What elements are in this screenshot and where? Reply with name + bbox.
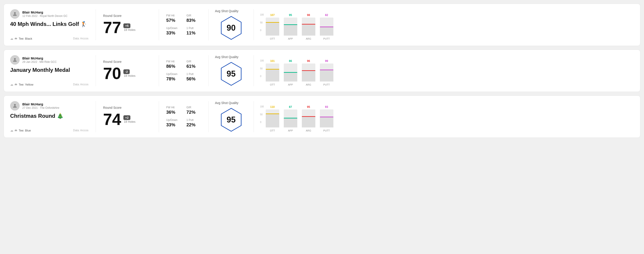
quality-section-2: Avg Shot Quality 95 xyxy=(209,55,254,86)
bar-accent-line-2-1 xyxy=(266,69,279,70)
y-axis-top-1: 100 xyxy=(260,13,264,16)
round-card-2: Blair McHarg 29 Jan 2022 · Mill Ride GCC… xyxy=(4,50,640,92)
bar-fill-2-1 xyxy=(266,69,279,82)
bar-label-3-1: OTT xyxy=(270,129,275,132)
bar-fill-2-4 xyxy=(320,70,334,82)
round-card-3: Blair McHarg 27 Dec 2021 · The Oxfordshi… xyxy=(4,96,640,138)
stat-label-3-4: 1 Putt xyxy=(186,119,202,122)
player-name-2: Blair McHarg xyxy=(22,56,56,60)
score-row-2: 70 -2 18 Holes xyxy=(103,65,152,82)
player-date-3: 27 Dec 2021 · The Oxfordshire xyxy=(22,106,59,110)
stat-item-2-4: 1 Putt 56% xyxy=(186,73,202,82)
bar-group-2-4: 99 PUTT xyxy=(320,59,334,86)
bar-value-1-3: 98 xyxy=(307,13,310,17)
avatar-1 xyxy=(10,9,20,19)
bar-accent-line-3-3 xyxy=(302,116,315,117)
tee-info-1: ☁ 🌧 Tee: Black xyxy=(10,37,32,40)
bar-container-2-4 xyxy=(320,64,334,82)
player-info-2: Blair McHarg 29 Jan 2022 · Mill Ride GCC xyxy=(22,56,56,64)
round-score-label-3: Round Score xyxy=(103,106,152,110)
bar-group-3-4: 93 PUTT xyxy=(320,105,334,132)
bar-label-2-3: ARG xyxy=(306,83,311,86)
card-footer-3: ☁ 🌧 Tee: Blue Data: Arccos xyxy=(10,128,88,132)
card-footer-2: ☁ 🌧 Tee: Yellow Data: Arccos xyxy=(10,83,88,86)
round-title-2: January Monthly Medal xyxy=(10,67,88,73)
tee-label-2: Tee: Yellow xyxy=(19,83,34,86)
stat-value-1-2: 83% xyxy=(186,18,202,23)
stats-grid-2: FW Hit 86% GIR 61% Up/Down 78% 1 Pu xyxy=(166,60,201,82)
bar-fill-1-1 xyxy=(266,22,279,36)
stat-value-1-3: 33% xyxy=(166,30,181,36)
bar-group-3-2: 87 APP xyxy=(284,105,297,132)
stat-item-2-2: GIR 61% xyxy=(186,60,202,69)
bar-label-2-4: PUTT xyxy=(323,83,330,86)
stat-value-2-2: 61% xyxy=(186,64,202,69)
bar-label-1-1: OTT xyxy=(270,37,275,40)
score-big-2: 70 xyxy=(103,65,121,82)
svg-point-0 xyxy=(14,12,16,14)
score-big-3: 74 xyxy=(103,111,121,127)
hexagon-container-1: 90 xyxy=(219,15,244,40)
bar-value-2-3: 96 xyxy=(307,59,310,63)
stat-label-2-1: FW Hit xyxy=(166,60,181,63)
stat-item-1-4: 1 Putt 11% xyxy=(186,26,202,36)
bar-group-3-3: 95 ARG xyxy=(302,105,315,132)
avatar-2 xyxy=(10,55,20,65)
bar-container-2-3 xyxy=(302,64,315,82)
bar-fill-3-2 xyxy=(284,118,297,127)
bar-group-1-3: 98 ARG xyxy=(302,13,315,40)
stat-label-2-2: GIR xyxy=(186,60,202,63)
stat-label-2-3: Up/Down xyxy=(166,73,181,76)
score-badge-2: -2 xyxy=(124,69,130,74)
bar-accent-line-3-4 xyxy=(320,117,334,117)
bar-fill-1-4 xyxy=(320,26,334,36)
y-axis-top-2: 100 xyxy=(260,59,264,62)
y-axis-mid-1: 50 xyxy=(260,21,264,24)
bar-fill-1-2 xyxy=(284,24,297,36)
stat-value-2-3: 78% xyxy=(166,76,181,82)
player-info-1: Blair McHarg 12 Feb 2022 · Royal North D… xyxy=(22,10,68,17)
bar-value-3-3: 95 xyxy=(307,105,310,109)
bar-accent-line-2-2 xyxy=(284,72,297,73)
left-section-1: Blair McHarg 12 Feb 2022 · Royal North D… xyxy=(10,9,96,40)
stat-label-1-4: 1 Putt xyxy=(186,26,202,30)
bar-fill-3-4 xyxy=(320,117,334,127)
bar-container-1-1 xyxy=(266,17,279,36)
bar-fill-1-3 xyxy=(302,24,315,36)
hexagon-score-2: 95 xyxy=(226,69,236,79)
bar-accent-line-2-3 xyxy=(302,70,315,71)
bar-label-1-2: APP xyxy=(288,37,293,40)
bar-container-3-4 xyxy=(320,110,334,127)
stats-grid-1: FW Hit 57% GIR 83% Up/Down 33% 1 Pu xyxy=(166,14,201,36)
stat-item-3-2: GIR 72% xyxy=(186,106,202,115)
y-axis-top-3: 100 xyxy=(260,105,264,108)
data-source-2: Data: Arccos xyxy=(73,83,88,86)
holes-label-3: 18 Holes xyxy=(124,120,135,124)
svg-point-1 xyxy=(14,58,16,60)
stat-label-1-1: FW Hit xyxy=(166,14,181,17)
svg-point-2 xyxy=(14,104,16,106)
stat-item-3-3: Up/Down 33% xyxy=(166,119,181,127)
y-axis-bot-1: 0 xyxy=(260,29,264,31)
tee-info-2: ☁ 🌧 Tee: Yellow xyxy=(10,83,34,86)
tee-label-1: Tee: Black xyxy=(19,37,32,40)
stat-item-2-3: Up/Down 78% xyxy=(166,73,181,82)
bar-group-2-2: 86 APP xyxy=(284,59,297,86)
bar-fill-2-3 xyxy=(302,70,315,82)
middle-section-3: Round Score 74 +2 18 Holes xyxy=(96,101,159,132)
bar-container-3-1 xyxy=(266,110,279,127)
hexagon-container-3: 95 xyxy=(219,107,244,132)
bar-value-3-4: 93 xyxy=(325,105,328,109)
bar-accent-line-1-1 xyxy=(266,22,279,23)
bar-label-2-1: OTT xyxy=(270,83,275,86)
holes-label-2: 18 Holes xyxy=(124,74,135,77)
bar-container-1-3 xyxy=(302,17,315,36)
player-header-1: Blair McHarg 12 Feb 2022 · Royal North D… xyxy=(10,9,88,19)
round-score-label-1: Round Score xyxy=(103,14,152,17)
stats-section-3: FW Hit 36% GIR 72% Up/Down 33% 1 Pu xyxy=(159,101,209,132)
stat-value-3-4: 22% xyxy=(186,122,202,127)
bar-value-2-1: 101 xyxy=(270,59,275,63)
y-axis-bot-2: 0 xyxy=(260,75,264,77)
stat-item-1-3: Up/Down 33% xyxy=(166,26,181,36)
quality-section-1: Avg Shot Quality 90 xyxy=(209,9,254,40)
